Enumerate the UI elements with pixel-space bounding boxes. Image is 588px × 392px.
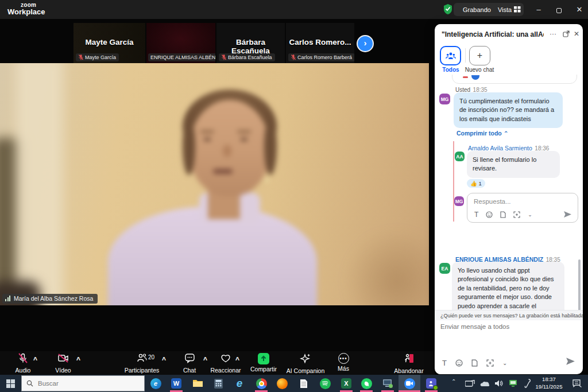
chat-button[interactable]: Chat <box>176 353 203 374</box>
meeting-toolbar: Audio ᐱ Vídeo ᐱ Participantes <box>0 351 435 375</box>
calculator-icon[interactable] <box>212 377 225 390</box>
remote-desktop-icon[interactable] <box>381 377 394 390</box>
tray-expand-chevron[interactable]: ⌃ <box>451 378 456 385</box>
audio-button[interactable]: Audio <box>9 353 37 374</box>
send-reply-icon[interactable] <box>563 211 572 218</box>
emoji-icon[interactable] <box>455 359 463 367</box>
notepad-icon[interactable] <box>297 377 310 390</box>
send-message-icon[interactable] <box>566 357 575 366</box>
recording-label[interactable]: Grabando <box>463 6 491 13</box>
avatar: MG <box>454 196 464 206</box>
video-tile-carlos[interactable]: Carlos Romero... Carlos Romero Barberá <box>286 23 354 63</box>
file-icon[interactable] <box>500 211 506 218</box>
participants-options-chevron[interactable]: ᐱ <box>162 356 166 362</box>
tab-todos[interactable] <box>440 46 461 65</box>
react-options-chevron[interactable]: ᐱ <box>235 356 239 362</box>
emoji-icon[interactable] <box>486 211 493 218</box>
windows-taskbar: e W e X <box>0 375 588 392</box>
share-button[interactable]: Compartir <box>246 353 281 372</box>
firefox-icon[interactable] <box>276 377 288 390</box>
search-input[interactable] <box>38 380 124 387</box>
leave-door-icon <box>404 353 415 364</box>
tile-name-label: Mayte García <box>76 53 119 61</box>
spotify-icon[interactable] <box>319 377 331 390</box>
reply-input[interactable]: Respuesta... T ⌄ <box>467 193 578 223</box>
next-participants-button[interactable]: › <box>358 36 373 51</box>
close-button[interactable]: ✕ <box>572 4 587 15</box>
avatar: EA <box>439 263 450 274</box>
tray-device-icon[interactable] <box>465 380 475 387</box>
format-text-icon[interactable]: T <box>442 359 447 367</box>
pen-tool-icon[interactable] <box>524 379 531 388</box>
screenshot-icon[interactable] <box>513 211 520 218</box>
plus-icon: + <box>477 51 482 61</box>
chat-close-icon[interactable]: ✕ <box>574 30 579 38</box>
video-tile-barbara[interactable]: Bárbara Escañuela Bárbara Escañuela <box>216 23 285 63</box>
chat-message-list[interactable]: Usted 18:35 MG Tú cumplimentaste el form… <box>435 75 583 310</box>
view-button[interactable]: Vista <box>498 6 521 13</box>
taskbar-clock[interactable]: 18:37 19/11/2025 <box>531 376 567 391</box>
speaker-name-label: María del Alba Sánchez Rosa <box>2 294 98 304</box>
tab-new-chat[interactable]: + <box>469 46 490 65</box>
start-button[interactable] <box>6 379 15 388</box>
camera-off-icon <box>57 353 69 363</box>
share-screen-icon <box>258 353 269 364</box>
tile-name-label: Bárbara Escañuela <box>219 53 275 61</box>
muted-mic-icon <box>222 55 226 60</box>
reply-toolbar: T ⌄ <box>474 211 532 219</box>
chrome-icon[interactable] <box>255 377 268 390</box>
chat-options-chevron[interactable]: ᐱ <box>203 356 207 362</box>
chat-title: "Inteligencia Artificial: una alIAda del… <box>442 30 544 38</box>
screen-share-tray-icon[interactable] <box>509 379 518 387</box>
collapse-thread-link[interactable]: Comprimir todo ⌃ <box>457 130 508 137</box>
chevron-down-icon[interactable]: ⌄ <box>528 212 532 218</box>
chat-menu-icon[interactable]: ··· <box>550 30 556 38</box>
minimize-button[interactable]: – <box>531 4 546 15</box>
ai-companion-button[interactable]: AI Companion <box>283 353 328 374</box>
action-center-icon[interactable] <box>572 379 582 387</box>
internet-explorer-icon[interactable]: e <box>233 377 246 390</box>
taskbar-search[interactable] <box>21 375 145 391</box>
tab-new-chat-label[interactable]: Nuevo chat <box>463 67 496 73</box>
file-explorer-icon[interactable] <box>191 377 204 390</box>
participants-button[interactable]: Participantes <box>122 353 162 374</box>
popout-icon[interactable] <box>563 30 570 37</box>
zoom-workplace-window: zoom Workplace Grabando Vista – ✕ Mayte … <box>0 0 588 392</box>
edge-icon[interactable]: e <box>149 377 162 390</box>
tile-display-name: Mayte García <box>74 38 145 46</box>
format-text-icon[interactable]: T <box>474 211 478 219</box>
video-options-chevron[interactable]: ᐱ <box>76 356 80 362</box>
leave-button[interactable]: Abandonar <box>393 353 425 374</box>
chevron-down-icon[interactable]: ⌄ <box>502 360 507 366</box>
tab-todos-label[interactable]: Todos <box>435 67 467 73</box>
partial-message-bubble <box>452 75 577 84</box>
muted-mic-icon <box>291 55 296 60</box>
compose-placeholder[interactable]: Enviar mensaje a todos <box>440 323 509 330</box>
whatsapp-icon[interactable] <box>360 377 373 390</box>
more-button[interactable]: ••• Más <box>330 353 357 372</box>
screenshot-icon[interactable] <box>486 359 494 367</box>
onedrive-cloud-icon[interactable] <box>480 381 490 387</box>
file-icon[interactable] <box>471 359 478 367</box>
video-tile-enrique[interactable]: ENRIQUE ALMISAS ALBÉN... <box>146 23 215 63</box>
audio-options-chevron[interactable]: ᐱ <box>33 356 37 362</box>
participants-icon <box>136 353 148 363</box>
more-dots-icon: ••• <box>338 353 349 364</box>
security-shield-icon[interactable] <box>443 3 453 15</box>
teams-icon[interactable] <box>425 377 438 390</box>
chat-scrollbar[interactable] <box>578 259 581 312</box>
video-button[interactable]: Vídeo <box>49 353 77 374</box>
heart-icon <box>220 353 231 363</box>
reaction-pill[interactable]: 👍 1 <box>467 179 485 188</box>
video-tile-mayte[interactable]: Mayte García Mayte García <box>74 23 145 63</box>
search-icon <box>26 380 33 387</box>
title-bar: zoom Workplace Grabando Vista – ✕ <box>0 0 588 19</box>
excel-icon[interactable]: X <box>340 377 353 390</box>
reply-placeholder: Respuesta... <box>474 198 511 205</box>
zoom-icon[interactable] <box>403 377 416 390</box>
word-icon[interactable]: W <box>170 377 183 390</box>
restore-button[interactable] <box>551 4 566 15</box>
active-speaker-video[interactable]: María del Alba Sánchez Rosa <box>0 63 429 305</box>
mic-muted-icon <box>18 353 28 363</box>
volume-icon[interactable] <box>494 379 503 387</box>
